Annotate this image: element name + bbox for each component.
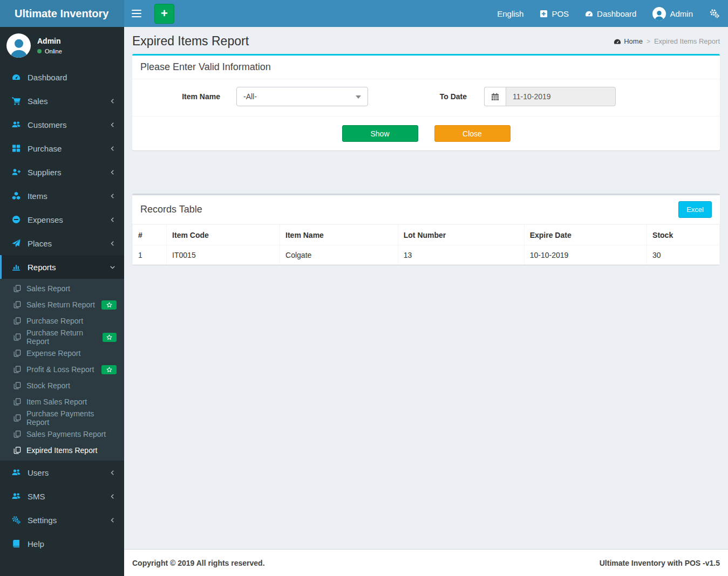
book-icon — [12, 539, 21, 548]
user-menu[interactable]: Admin — [644, 0, 701, 27]
chevron-left-icon — [110, 470, 115, 476]
sidebar-item-label: Items — [28, 191, 47, 201]
chevron-left-icon — [110, 193, 115, 199]
add-button[interactable]: + — [154, 4, 174, 24]
sidebar-item-label: Expenses — [28, 215, 63, 224]
person-icon — [654, 9, 665, 20]
cell-index: 1 — [133, 245, 167, 265]
top-navbar: + English POS Dashboard Admin — [124, 0, 728, 27]
copy-icon — [13, 301, 21, 308]
sidebar-subitem-item-sales-report[interactable]: Item Sales Report — [0, 394, 124, 410]
sidebar-item-reports[interactable]: Reports — [0, 255, 124, 279]
sidebar-item-items[interactable]: Items — [0, 184, 124, 208]
sidebar-item-purchase[interactable]: Purchase — [0, 136, 124, 160]
records-panel-title: Records Table — [140, 204, 202, 215]
sidebar-subitem-label: Purchase Return Report — [26, 328, 103, 346]
filter-form-row: Item Name -All- To Date 11-10-2019 — [140, 87, 712, 106]
language-menu[interactable]: English — [489, 0, 532, 27]
sidebar-item-label: Settings — [28, 516, 57, 525]
home-dashboard-icon — [614, 38, 621, 45]
item-name-label: Item Name — [140, 92, 220, 101]
sidebar-item-label: Help — [28, 539, 44, 548]
sidebar-subitem-label: Profit & Loss Report — [26, 365, 94, 374]
sidebar-subitem-purchase-payments-report[interactable]: Purchase Payments Report — [0, 410, 124, 426]
sidebar-subitem-sales-return-report[interactable]: Sales Return Report — [0, 297, 124, 313]
tachometer-icon — [12, 73, 21, 81]
item-name-select[interactable]: -All- — [236, 87, 368, 106]
sidebar-subitem-label: Item Sales Report — [26, 397, 87, 406]
settings-menu[interactable] — [701, 0, 728, 27]
main-column: + English POS Dashboard Admin — [124, 0, 728, 576]
cubes-icon — [12, 191, 21, 200]
sidebar-item-label: SMS — [28, 492, 45, 501]
sidebar-item-help[interactable]: Help — [0, 532, 124, 556]
column-header-stock: Stock — [647, 225, 720, 245]
app-logo[interactable]: Ultimate Inventory — [0, 0, 124, 27]
chevron-left-icon — [110, 98, 115, 104]
sidebar-item-customers[interactable]: Customers — [0, 113, 124, 136]
sidebar-subitem-expired-items-report[interactable]: Expired Items Report — [0, 442, 124, 458]
calendar-icon[interactable] — [484, 87, 506, 106]
sidebar-subitem-sales-payments-report[interactable]: Sales Payments Report — [0, 426, 124, 442]
grid-icon — [12, 144, 21, 153]
table-header-row: # Item Code Item Name Lot Number Expire … — [133, 225, 720, 245]
to-date-input[interactable]: 11-10-2019 — [506, 87, 616, 106]
gears-icon — [710, 9, 719, 18]
star-badge — [101, 365, 117, 374]
copy-icon — [13, 333, 21, 341]
cell-item-code: IT0015 — [167, 245, 280, 265]
sidebar-item-suppliers[interactable]: Suppliers — [0, 160, 124, 184]
content-area: Expired Items Report Home > Expired Item… — [124, 27, 728, 549]
dashboard-label: Dashboard — [597, 9, 636, 18]
sidebar-subitem-label: Expense Report — [26, 349, 80, 358]
sidebar-subitem-profit-loss-report[interactable]: Profit & Loss Report — [0, 361, 124, 378]
star-badge — [101, 300, 117, 310]
sidebar-toggle-button[interactable] — [124, 0, 149, 27]
sidebar-subitem-stock-report[interactable]: Stock Report — [0, 378, 124, 394]
excel-export-button[interactable]: Excel — [678, 201, 712, 218]
sidebar-item-expenses[interactable]: Expenses — [0, 208, 124, 231]
dashboard-link[interactable]: Dashboard — [577, 0, 644, 27]
user-plus-icon — [12, 168, 21, 176]
pos-link[interactable]: POS — [532, 0, 577, 27]
sidebar-subitem-label: Sales Payments Report — [26, 430, 106, 438]
users-icon — [12, 120, 21, 129]
sidebar-subitem-sales-report[interactable]: Sales Report — [0, 280, 124, 297]
item-name-selected-value: -All- — [243, 92, 257, 101]
sidebar-item-label: Customers — [28, 120, 67, 129]
table-row: 1 IT0015 Colgate 13 10-10-2019 30 — [133, 245, 720, 265]
sidebar-item-settings[interactable]: Settings — [0, 508, 124, 532]
sidebar-item-label: Dashboard — [28, 73, 67, 82]
copyright-text: Copyright © 2019 All rights reserved. — [132, 559, 265, 567]
column-header-item-code: Item Code — [167, 225, 280, 245]
sidebar-item-label: Sales — [28, 97, 48, 106]
page-title: Expired Items Report — [132, 34, 249, 49]
bar-chart-icon — [12, 263, 21, 271]
sidebar-item-sms[interactable]: SMS — [0, 484, 124, 508]
filter-panel-body: Item Name -All- To Date 11-10-2019 — [132, 79, 720, 116]
topnav-right: English POS Dashboard Admin — [489, 0, 728, 27]
sidebar-item-users[interactable]: Users — [0, 461, 124, 484]
sidebar-menu: Dashboard Sales Customers Purchase Suppl… — [0, 65, 124, 576]
users-icon — [12, 492, 21, 500]
caret-down-icon — [356, 95, 361, 99]
breadcrumb-home-link[interactable]: Home — [614, 37, 643, 45]
copy-icon — [13, 349, 21, 357]
sidebar-subitem-label: Sales Return Report — [26, 300, 95, 309]
app-window: Ultimate Inventory Admin Online Dashboar… — [0, 0, 728, 576]
copy-icon — [13, 398, 21, 406]
sidebar-subitem-purchase-return-report[interactable]: Purchase Return Report — [0, 329, 124, 345]
sidebar-subitem-label: Stock Report — [26, 381, 70, 390]
column-header-lot-number: Lot Number — [398, 225, 524, 245]
sidebar-subitem-purchase-report[interactable]: Purchase Report — [0, 313, 124, 329]
chevron-left-icon — [110, 146, 115, 152]
sidebar-item-dashboard[interactable]: Dashboard — [0, 65, 124, 89]
show-button[interactable]: Show — [342, 125, 418, 142]
close-button[interactable]: Close — [434, 125, 511, 142]
avatar — [652, 7, 666, 20]
sidebar-item-places[interactable]: Places — [0, 231, 124, 255]
pos-label: POS — [552, 9, 569, 18]
sidebar-item-sales[interactable]: Sales — [0, 89, 124, 113]
sidebar-subitem-expense-report[interactable]: Expense Report — [0, 345, 124, 361]
filter-panel-title: Please Enter Valid Information — [140, 61, 271, 73]
